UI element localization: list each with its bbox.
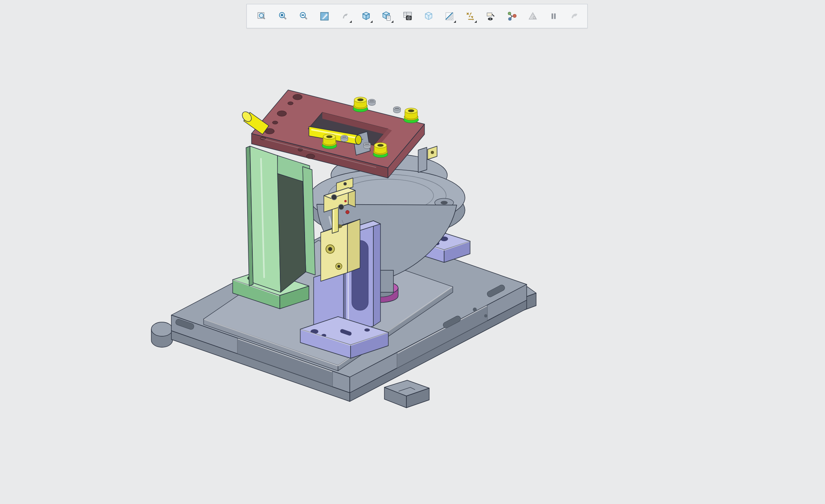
bushing[interactable]	[373, 143, 388, 158]
box-view-button[interactable]	[358, 8, 374, 24]
clamp-pad-right[interactable]	[428, 146, 437, 159]
bushing[interactable]	[322, 134, 337, 149]
zoom-out-icon	[298, 11, 309, 22]
view-toolbar	[246, 4, 588, 28]
mesh-icon	[527, 11, 538, 22]
show-component-button[interactable]	[483, 8, 499, 24]
3d-viewport[interactable]	[0, 0, 825, 504]
render-history-button[interactable]	[566, 8, 582, 24]
view-with-part-icon	[382, 11, 392, 22]
dropdown-arrow-icon[interactable]	[370, 20, 373, 23]
bushing[interactable]	[353, 97, 368, 112]
wireframe-view-button[interactable]	[421, 8, 436, 24]
measure-icon	[465, 11, 476, 22]
render-history-icon	[569, 11, 580, 22]
zoom-box-button[interactable]	[254, 8, 270, 24]
snapshot-icon	[402, 11, 413, 22]
pause-icon	[548, 11, 559, 22]
bushing[interactable]	[404, 108, 419, 123]
box-view-icon	[361, 11, 371, 22]
viewport-canvas[interactable]	[0, 0, 825, 504]
section-view-icon	[444, 11, 455, 22]
mesh-button[interactable]	[525, 8, 540, 24]
zoom-box-icon	[257, 11, 267, 22]
zoom-out-button[interactable]	[296, 8, 311, 24]
show-component-icon	[486, 11, 496, 22]
zoom-in-icon	[277, 11, 288, 22]
column-window	[277, 174, 306, 292]
measure-button[interactable]	[462, 8, 478, 24]
relations-button[interactable]	[504, 8, 520, 24]
shaded-view-icon	[319, 11, 330, 22]
shaded-view-button[interactable]	[316, 8, 332, 24]
relations-icon	[507, 11, 517, 22]
housing-ear	[418, 147, 427, 172]
wireframe-view-icon	[423, 11, 434, 22]
dropdown-arrow-icon[interactable]	[349, 20, 352, 23]
render-style-icon	[340, 11, 351, 22]
base-corner-boss-left	[151, 322, 173, 347]
base-corner-boss-near	[384, 380, 429, 408]
dropdown-arrow-icon[interactable]	[474, 20, 477, 23]
support-column[interactable]	[233, 146, 315, 309]
render-style-button[interactable]	[337, 8, 353, 24]
zoom-in-button[interactable]	[275, 8, 290, 24]
view-with-part-button[interactable]	[379, 8, 395, 24]
snapshot-button[interactable]	[400, 8, 415, 24]
pause-button[interactable]	[546, 8, 561, 24]
dropdown-arrow-icon[interactable]	[391, 20, 393, 23]
dropdown-arrow-icon[interactable]	[454, 20, 456, 23]
section-view-button[interactable]	[441, 8, 457, 24]
